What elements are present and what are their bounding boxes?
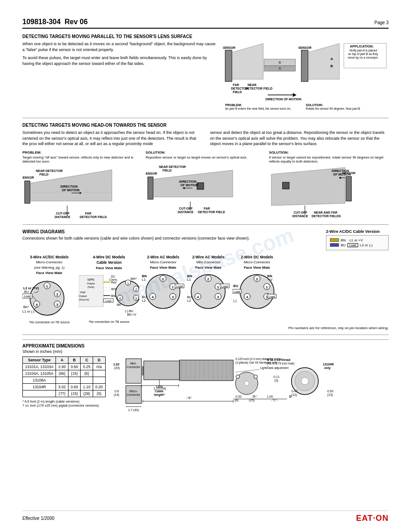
- svg-text:Output: Output: [87, 282, 95, 285]
- svg-text:SOLUTION:: SOLUTION:: [306, 103, 323, 107]
- brand-on: ON: [376, 514, 389, 523]
- headon-svg1: SENSOR NEAR DETECTOR FIELD DIRECTION OF …: [22, 165, 130, 219]
- svg-text:NEAR DETECTOR: NEAR DETECTOR: [159, 165, 186, 168]
- svg-text:(-) BU: (-) BU: [125, 309, 133, 313]
- no-connection-note-1: *No connection on TB source: [29, 321, 70, 324]
- svg-text:0.32: 0.32: [235, 395, 242, 398]
- cell-b: (15): [68, 390, 81, 397]
- svg-text:APPLICATION:: APPLICATION:: [350, 44, 374, 48]
- svg-text:1: 1: [217, 285, 219, 289]
- table-row: 13104R 3.02 0.60 1.10 0.20: [23, 383, 106, 390]
- svg-text:L1: L1: [187, 278, 191, 282]
- bu-label: BU: [341, 243, 346, 247]
- face-view-label-5: Face View Male: [244, 266, 270, 270]
- svg-text:Load: Load: [269, 295, 275, 298]
- note2-text: 7 ±1 inch (179 ±25 mm) pigtail (connecto…: [22, 403, 106, 408]
- footer-effective: Effective 1/2000: [22, 516, 55, 521]
- section2-para1: Sometimes you need to detect an object a…: [22, 130, 201, 147]
- svg-text:B: B: [279, 61, 281, 64]
- svg-text:DIRECTION: DIRECTION: [60, 185, 78, 188]
- block4-title: 2-Wire AC Models: [193, 255, 225, 259]
- svg-text:4: 4: [152, 295, 154, 299]
- connector-svg-2wire-ac-mini: 2 1 3 4 BN L1 Load BU L2: [187, 270, 230, 313]
- headon-diag2: SOLUTION: Reposition sensor or target so…: [146, 150, 265, 220]
- l1-plus-v: L1 or +V: [349, 238, 363, 242]
- svg-text:DETECTOR FIELD: DETECTOR FIELD: [245, 87, 273, 90]
- svg-text:2: 2: [56, 292, 59, 296]
- block1-note: (see Warning, pg. 1): [34, 266, 64, 270]
- block1-title: 3-Wire AC/DC Models: [30, 255, 69, 259]
- section2-para2: sensor and detect the object at too grea…: [210, 130, 389, 147]
- solution2-label: SOLUTION:: [269, 150, 289, 154]
- svg-text:SENSOR: SENSOR: [298, 46, 312, 49]
- svg-text:0.11: 0.11: [274, 375, 280, 378]
- svg-text:Connector: Connector: [127, 393, 141, 396]
- svg-text:FIELD: FIELD: [39, 173, 48, 176]
- svg-marker-2: [232, 43, 263, 79]
- svg-text:PNP: PNP: [80, 291, 86, 294]
- headon-diag2-solution: SOLUTION:: [146, 150, 265, 154]
- dim-note1: * 6.6 foot (2 m) length (cable versions)…: [22, 399, 106, 408]
- block1-sub: Micro-Connector: [36, 260, 62, 264]
- divider2: [22, 224, 389, 225]
- bn-label: BN: [341, 238, 346, 242]
- section2-text-left: Sometimes you need to detect an object a…: [22, 130, 201, 147]
- cell-type: 13108A: [23, 377, 56, 383]
- cell-a: 2.60: [56, 363, 68, 370]
- headon-svg3: SENSOR DIRECTION OF MOTION CUT-OFF DISTA…: [269, 165, 359, 219]
- pin-note: Pin numbers are for reference, rely on p…: [22, 326, 389, 330]
- svg-text:WH*: WH*: [130, 277, 137, 280]
- svg-line-206: [235, 369, 259, 372]
- svg-point-213: [301, 378, 308, 385]
- problem1-label: PROBLEM:: [22, 150, 42, 154]
- svg-text:-"B"-: -"B"-: [251, 395, 258, 398]
- svg-text:2: 2: [207, 277, 210, 281]
- dim-table: Sensor Type A B C D 13101A, 13103A 2.60 …: [22, 356, 106, 397]
- col-d: D: [93, 356, 105, 363]
- face-view-label-1: Face View Male: [36, 271, 63, 275]
- solution1-label: SOLUTION:: [146, 150, 165, 154]
- svg-text:3: 3: [56, 303, 59, 307]
- svg-text:2.13 (54): 2.13 (54): [154, 387, 166, 390]
- block3-title: 2-Wire AC Models: [147, 255, 180, 259]
- svg-text:(fits in 0.75 inch hole): (fits in 0.75 inch hole): [267, 362, 295, 365]
- svg-text:BU: BU: [24, 290, 29, 294]
- cell-c: 0.25: [81, 363, 93, 370]
- section1-para1: When one object is to be detected as it …: [22, 41, 218, 52]
- svg-rect-14: [301, 50, 308, 82]
- col-c: C: [81, 356, 93, 363]
- svg-rect-60: [346, 176, 351, 201]
- table-row: (77) (15) (28) (5): [23, 390, 106, 397]
- svg-text:DETECTOR FIELD: DETECTOR FIELD: [80, 215, 107, 219]
- svg-text:BN +V: BN +V: [127, 313, 137, 316]
- svg-text:Output: Output: [79, 295, 87, 297]
- table-row: 13108A: [23, 377, 106, 383]
- svg-text:0.47: 0.47: [291, 390, 298, 393]
- svg-text:SENSOR: SENSOR: [22, 176, 34, 179]
- headon-diag3-solution: SOLUTION:: [269, 150, 389, 154]
- cell-b: (15): [68, 370, 81, 377]
- cell-d: 0.20: [93, 383, 105, 390]
- svg-rect-175: [180, 360, 233, 381]
- svg-text:(Sink): (Sink): [87, 286, 94, 288]
- section-headon: DETECTING TARGETS MOVING HEAD-ON TOWARDS…: [22, 123, 389, 220]
- section2-text-right: sensor and detect the object at too grea…: [210, 130, 389, 147]
- svg-text:1: 1: [46, 284, 48, 288]
- cell-type: [23, 390, 56, 397]
- load-box: Load: [347, 243, 358, 247]
- svg-text:DISTANCE: DISTANCE: [292, 215, 308, 218]
- svg-text:Light/Dark adjustment: Light/Dark adjustment: [260, 366, 288, 370]
- headon-svg2: SENSOR NEAR DETECTOR FIELD DIRECTION OF …: [146, 161, 248, 215]
- svg-text:Verify part A is placed: Verify part A is placed: [349, 49, 377, 52]
- svg-text:L2: L2: [142, 299, 146, 303]
- block5-sub: Micro-Connector: [244, 260, 270, 264]
- svg-text:(13): (13): [327, 393, 333, 397]
- wiring-block-4wire: 4-Wire DC Models Cable Version Face View…: [79, 255, 139, 323]
- svg-text:Load: Load: [24, 295, 31, 298]
- svg-text:BK*: BK*: [23, 305, 29, 309]
- svg-text:only: only: [324, 366, 330, 370]
- cell-d: n/a: [93, 363, 105, 370]
- cell-c: 1.10: [81, 383, 93, 390]
- svg-text:0.50: 0.50: [327, 390, 334, 393]
- cell-type: 13104R: [23, 383, 56, 390]
